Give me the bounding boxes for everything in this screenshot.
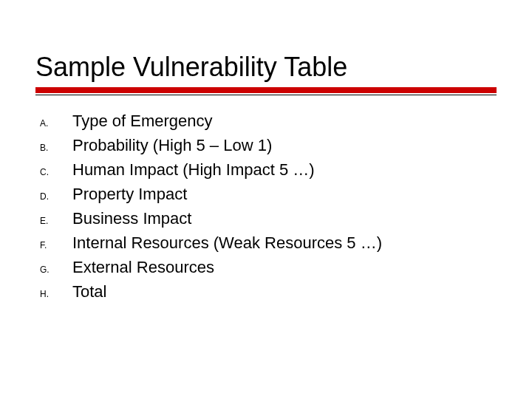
list-text: Internal Resources (Weak Resources 5 …) bbox=[72, 231, 382, 255]
red-rule bbox=[35, 87, 497, 93]
list-marker: C. bbox=[40, 166, 72, 179]
list-marker: A. bbox=[40, 117, 72, 130]
thin-rule bbox=[35, 95, 497, 95]
slide-title: Sample Vulnerability Table bbox=[35, 52, 497, 83]
list-marker: B. bbox=[40, 141, 72, 154]
list-text: External Resources bbox=[72, 255, 214, 279]
list-marker: D. bbox=[40, 190, 72, 203]
slide: Sample Vulnerability Table A. Type of Em… bbox=[0, 0, 532, 399]
list-item: G. External Resources bbox=[40, 255, 497, 279]
list-item: B. Probability (High 5 – Low 1) bbox=[40, 133, 497, 157]
list-item: A. Type of Emergency bbox=[40, 109, 497, 133]
title-underline bbox=[35, 87, 497, 95]
list-marker: H. bbox=[40, 287, 72, 301]
list-text: Type of Emergency bbox=[72, 109, 213, 133]
list-item: E. Business Impact bbox=[40, 206, 497, 231]
list-item: C. Human Impact (High Impact 5 …) bbox=[40, 157, 497, 182]
vulnerability-list: A. Type of Emergency B. Probability (Hig… bbox=[35, 109, 497, 304]
list-text: Property Impact bbox=[72, 182, 187, 206]
list-marker: G. bbox=[40, 263, 72, 276]
list-text: Total bbox=[72, 279, 106, 304]
list-marker: F. bbox=[40, 239, 72, 252]
list-item: H. Total bbox=[40, 279, 497, 304]
list-item: F. Internal Resources (Weak Resources 5 … bbox=[40, 231, 497, 255]
list-text: Human Impact (High Impact 5 …) bbox=[72, 157, 315, 182]
list-marker: E. bbox=[40, 214, 72, 228]
list-text: Business Impact bbox=[72, 206, 191, 231]
list-item: D. Property Impact bbox=[40, 182, 497, 206]
list-text: Probability (High 5 – Low 1) bbox=[72, 133, 272, 157]
